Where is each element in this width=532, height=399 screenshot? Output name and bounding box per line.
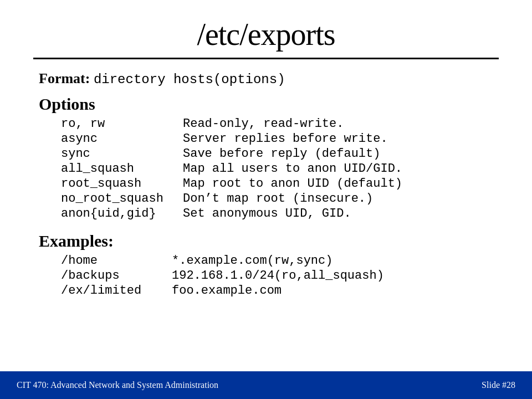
example-path: /ex/limited [61, 284, 172, 298]
format-label: Format: [39, 70, 90, 86]
option-desc: Read-only, read-write. [183, 117, 344, 131]
option-key: root_squash [61, 177, 183, 191]
option-key: ro, rw [61, 117, 183, 131]
example-host: *.example.com(rw,sync) [172, 254, 332, 268]
example-host: foo.example.com [172, 284, 282, 298]
option-row: anon{uid,gid}Set anonymous UID, GID. [61, 207, 493, 221]
option-key: no_root_squash [61, 192, 183, 206]
option-row: no_root_squashDon’t map root (insecure.) [61, 192, 493, 206]
footer-course: CIT 470: Advanced Network and System Adm… [17, 380, 218, 390]
examples-heading: Examples: [39, 232, 493, 250]
option-key: sync [61, 147, 183, 161]
option-desc: Server replies before write. [183, 132, 388, 146]
option-key: anon{uid,gid} [61, 207, 183, 221]
option-desc: Save before reply (default) [183, 147, 380, 161]
option-desc: Map root to anon UID (default) [183, 177, 402, 191]
option-desc: Map all users to anon UID/GID. [183, 162, 402, 176]
option-row: asyncServer replies before write. [61, 132, 493, 146]
example-host: 192.168.1.0/24(ro,all_squash) [172, 269, 384, 283]
option-row: root_squashMap root to anon UID (default… [61, 177, 493, 191]
example-path: /home [61, 254, 172, 268]
example-row: /backups192.168.1.0/24(ro,all_squash) [61, 269, 493, 283]
slide-footer: CIT 470: Advanced Network and System Adm… [0, 371, 532, 399]
divider [33, 58, 499, 59]
example-row: /home*.example.com(rw,sync) [61, 254, 493, 268]
footer-slide: Slide #28 [482, 380, 515, 390]
option-row: syncSave before reply (default) [61, 147, 493, 161]
option-row: ro, rwRead-only, read-write. [61, 117, 493, 131]
examples-section: Examples: /home*.example.com(rw,sync)/ba… [39, 232, 493, 298]
option-desc: Set anonymous UID, GID. [183, 207, 351, 221]
option-row: all_squashMap all users to anon UID/GID. [61, 162, 493, 176]
option-key: all_squash [61, 162, 183, 176]
option-key: async [61, 132, 183, 146]
option-desc: Don’t map root (insecure.) [183, 192, 373, 206]
example-path: /backups [61, 269, 172, 283]
options-heading: Options [39, 95, 493, 114]
example-row: /ex/limitedfoo.example.com [61, 284, 493, 298]
slide-title: /etc/exports [33, 17, 499, 52]
slide-container: /etc/exports Format: directory hosts(opt… [0, 0, 532, 399]
format-value: directory hosts(options) [94, 72, 285, 87]
options-table: ro, rwRead-only, read-write.asyncServer … [61, 117, 493, 221]
content-area: Format: directory hosts(options) Options… [33, 70, 499, 298]
format-line: Format: directory hosts(options) [39, 70, 493, 87]
examples-table: /home*.example.com(rw,sync)/backups192.1… [61, 254, 493, 298]
